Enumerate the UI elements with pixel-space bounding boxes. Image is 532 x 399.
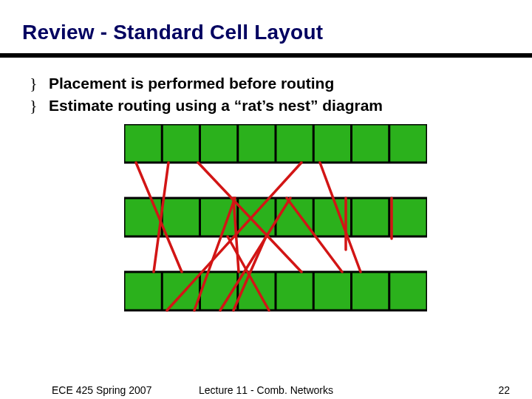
bullet-glyph: }: [30, 96, 49, 115]
title-underline: [0, 53, 532, 58]
page-title: Review - Standard Cell Layout: [22, 21, 323, 44]
footer-center: Lecture 11 - Comb. Networks: [0, 384, 532, 396]
bullet-text: Placement is performed before routing: [49, 75, 334, 92]
bullet-glyph: }: [30, 74, 49, 93]
ratsnest-diagram: [124, 124, 427, 338]
bullet-list: } Placement is performed before routing …: [30, 74, 502, 118]
list-item: } Placement is performed before routing: [30, 74, 502, 93]
footer-page: 22: [498, 384, 510, 396]
list-item: } Estimate routing using a “rat’s nest” …: [30, 96, 502, 115]
bullet-text: Estimate routing using a “rat’s nest” di…: [49, 97, 383, 115]
slide: Review - Standard Cell Layout } Placemen…: [0, 0, 532, 399]
